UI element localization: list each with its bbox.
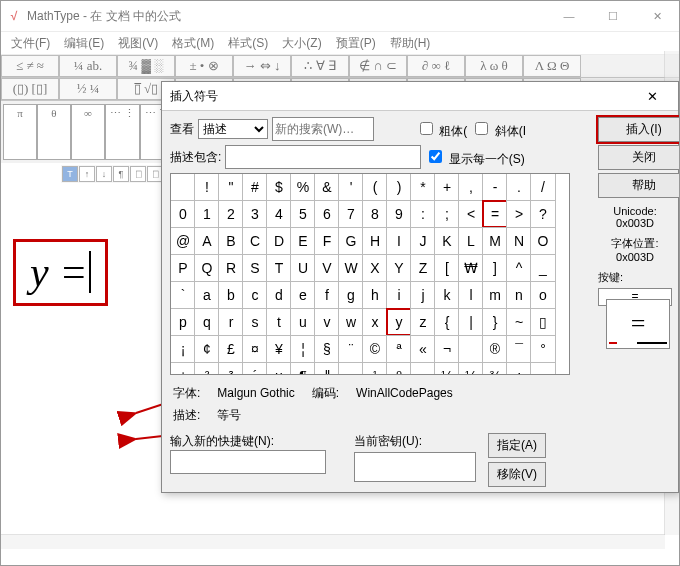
char-cell[interactable]: c — [242, 281, 268, 309]
char-cell[interactable]: v — [314, 308, 340, 336]
char-cell[interactable]: ! — [194, 173, 220, 201]
lookup-select[interactable]: 描述 — [198, 119, 268, 139]
char-cell[interactable]: < — [458, 200, 484, 228]
char-cell[interactable]: U — [290, 254, 316, 282]
char-cell[interactable]: ¨ — [338, 335, 364, 363]
char-cell[interactable]: » — [410, 362, 436, 375]
char-cell[interactable]: 0 — [170, 200, 196, 228]
char-cell[interactable]: X — [362, 254, 388, 282]
shortcut-input[interactable] — [170, 450, 326, 474]
size-button[interactable]: ↓ — [96, 166, 112, 182]
char-cell[interactable]: : — [410, 200, 436, 228]
toolbar-cell[interactable]: ∉ ∩ ⊂ — [349, 55, 407, 77]
char-cell[interactable]: [ — [434, 254, 460, 282]
char-cell[interactable]: f — [314, 281, 340, 309]
char-cell[interactable]: g — [338, 281, 364, 309]
char-cell[interactable]: % — [290, 173, 316, 201]
char-cell[interactable]: d — [266, 281, 292, 309]
character-grid[interactable]: !"#$%&'()*+,-./0123456789:;<=>?@ABCDEFGH… — [170, 173, 570, 375]
help-button[interactable]: 帮助 — [598, 173, 680, 198]
char-cell[interactable]: ¹ — [362, 362, 388, 375]
char-cell[interactable]: ª — [386, 335, 412, 363]
char-cell[interactable]: ? — [530, 200, 556, 228]
char-cell[interactable]: ‖ — [314, 362, 340, 375]
char-cell[interactable]: ( — [362, 173, 388, 201]
char-cell[interactable]: ₩ — [458, 254, 484, 282]
char-cell[interactable]: ' — [338, 173, 364, 201]
char-cell[interactable]: ; — [434, 200, 460, 228]
char-cell[interactable]: r — [218, 308, 244, 336]
char-cell[interactable]: 3 — [242, 200, 268, 228]
char-cell[interactable]: S — [242, 254, 268, 282]
horizontal-scrollbar[interactable] — [1, 534, 665, 549]
dialog-close-button[interactable]: ✕ — [634, 82, 670, 110]
char-cell[interactable]: D — [266, 227, 292, 255]
remove-button[interactable]: 移除(V) — [488, 462, 546, 487]
menu-item[interactable]: 视图(V) — [112, 33, 164, 54]
char-cell[interactable]: ¤ — [242, 335, 268, 363]
char-cell[interactable]: o — [530, 281, 556, 309]
char-cell[interactable]: 5 — [290, 200, 316, 228]
menu-item[interactable]: 预置(P) — [330, 33, 382, 54]
char-cell[interactable]: | — [458, 308, 484, 336]
char-cell[interactable]: ¡ — [170, 335, 196, 363]
char-cell[interactable]: * — [410, 173, 436, 201]
toolbar-cell[interactable]: ∂ ∞ ℓ — [407, 55, 465, 77]
char-cell[interactable]: 6 — [314, 200, 340, 228]
char-cell[interactable]: ° — [530, 335, 556, 363]
char-cell[interactable]: ½ — [458, 362, 484, 375]
char-cell[interactable]: = — [482, 200, 508, 228]
char-cell[interactable]: 1 — [194, 200, 220, 228]
char-cell[interactable]: i — [386, 281, 412, 309]
char-cell[interactable]: « — [410, 335, 436, 363]
char-cell[interactable]: ± — [170, 362, 196, 375]
toolbar-cell[interactable]: (▯) [▯] — [1, 78, 59, 100]
char-cell[interactable]: ¼ — [434, 362, 460, 375]
menu-item[interactable]: 文件(F) — [5, 33, 56, 54]
symbol-palette[interactable]: ∞ — [71, 104, 105, 160]
insert-button[interactable]: 插入(I) — [598, 117, 680, 142]
char-cell[interactable]: £ — [218, 335, 244, 363]
char-cell[interactable]: ® — [482, 335, 508, 363]
char-cell[interactable]: ¶ — [290, 362, 316, 375]
char-cell[interactable]: ¦ — [290, 335, 316, 363]
char-cell[interactable]: Q — [194, 254, 220, 282]
char-cell[interactable]: " — [218, 173, 244, 201]
char-cell[interactable]: L — [458, 227, 484, 255]
char-cell[interactable]: p — [170, 308, 196, 336]
char-cell[interactable]: e — [290, 281, 316, 309]
char-cell[interactable]: k — [434, 281, 460, 309]
char-cell[interactable]: © — [362, 335, 388, 363]
char-cell[interactable] — [530, 362, 556, 375]
char-cell[interactable]: O — [530, 227, 556, 255]
char-cell[interactable]: C — [242, 227, 268, 255]
minimize-button[interactable]: — — [547, 1, 591, 31]
char-cell[interactable]: N — [506, 227, 532, 255]
close-button[interactable]: ✕ — [635, 1, 679, 31]
toolbar-cell[interactable]: λ ω θ — [465, 55, 523, 77]
char-cell[interactable]: > — [506, 200, 532, 228]
dialog-close-btn[interactable]: 关闭 — [598, 145, 680, 170]
char-cell[interactable]: l — [458, 281, 484, 309]
char-cell[interactable]: A — [194, 227, 220, 255]
menu-item[interactable]: 样式(S) — [222, 33, 274, 54]
maximize-button[interactable]: ☐ — [591, 1, 635, 31]
char-cell[interactable]: @ — [170, 227, 196, 255]
search-input[interactable] — [272, 117, 374, 141]
char-cell[interactable]: # — [242, 173, 268, 201]
char-cell[interactable]: M — [482, 227, 508, 255]
symbol-palette[interactable]: ⋯ ⋮ — [105, 104, 140, 160]
toolbar-cell[interactable]: ¾ ▓ ░ — [117, 55, 175, 77]
char-cell[interactable]: E — [290, 227, 316, 255]
char-cell[interactable]: n — [506, 281, 532, 309]
char-cell[interactable]: ³ — [218, 362, 244, 375]
char-cell[interactable]: t — [266, 308, 292, 336]
char-cell[interactable]: ­ — [458, 335, 484, 363]
char-cell[interactable]: ¯ — [506, 335, 532, 363]
size-button[interactable]: ¶ — [113, 166, 129, 182]
char-cell[interactable]: ¢ — [194, 335, 220, 363]
toolbar-cell[interactable]: ½ ¼ — [59, 78, 117, 100]
char-cell[interactable]: j — [410, 281, 436, 309]
italic-checkbox[interactable]: 斜体(I — [471, 119, 526, 140]
bold-checkbox[interactable]: 粗体( — [416, 119, 467, 140]
